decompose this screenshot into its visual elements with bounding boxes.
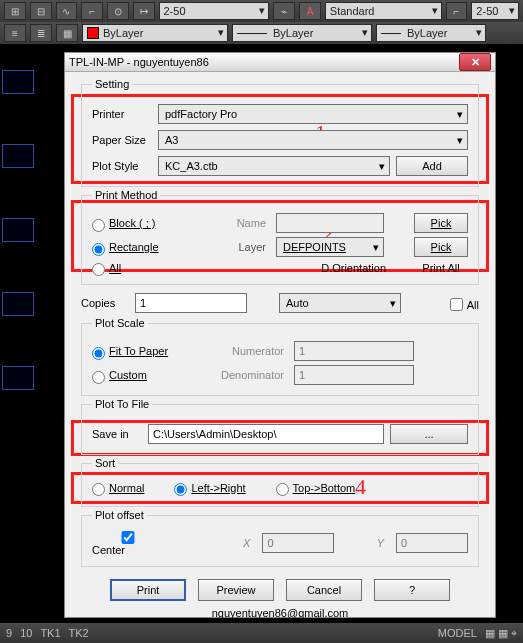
plottofile-legend: Plot To File (92, 398, 152, 410)
dimstyle-combo[interactable]: 2-50 (159, 2, 270, 20)
tool-icon[interactable]: ↦ (133, 2, 155, 20)
printmethod-group: Print Method Block ( ; ) Name Pick Recta… (81, 189, 479, 285)
pg[interactable]: TK2 (69, 627, 89, 639)
y-label: Y (377, 537, 384, 549)
y-field (396, 533, 468, 553)
center-checkbox[interactable]: Center (92, 529, 192, 556)
setting-legend: Setting (92, 78, 132, 90)
plotoffset-group: Plot offset Center X Y (81, 509, 479, 567)
plottofile-group: Plot To File Save in ... (81, 398, 479, 455)
tool-icon[interactable]: ⌐ (446, 2, 468, 20)
pg[interactable]: 10 (20, 627, 32, 639)
thumb[interactable] (2, 292, 34, 316)
sort-normal[interactable]: Normal (92, 481, 144, 494)
lineweight-combo[interactable]: ByLayer (376, 24, 486, 42)
plotscale-group: Plot Scale Fit To Paper Numerator Custom… (81, 317, 479, 396)
savein-field[interactable] (148, 424, 384, 444)
tool-icon[interactable]: ⊙ (107, 2, 129, 20)
sort-tb[interactable]: Top->Bottom (276, 481, 356, 494)
thumb[interactable] (2, 70, 34, 94)
tool-icon[interactable]: ⊟ (30, 2, 52, 20)
papersize-label: Paper Size (92, 134, 152, 146)
radio-custom[interactable]: Custom (92, 369, 200, 382)
thumb[interactable] (2, 366, 34, 390)
toolbar-row-1: ⊞ ⊟ ∿ ⌐ ⊙ ↦ 2-50 ⌁ A Standard ⌐ 2-50 (0, 0, 523, 22)
color-swatch-icon (87, 27, 99, 39)
layout-thumbnails (2, 60, 38, 617)
copies-field[interactable] (135, 293, 247, 313)
radio-fit[interactable]: Fit To Paper (92, 345, 200, 358)
layer-label: Layer (204, 241, 272, 253)
name-field (276, 213, 384, 233)
numerator-field (294, 341, 414, 361)
cancel-button[interactable]: Cancel (286, 579, 362, 601)
all-checkbox[interactable]: All (450, 296, 479, 311)
printmethod-legend: Print Method (92, 189, 160, 201)
color-combo[interactable]: ByLayer (82, 24, 228, 42)
tool-icon[interactable]: ▦ (56, 24, 78, 42)
titlebar: TPL-IN-MP - nguyentuyen86 ✕ (65, 53, 495, 72)
dimstyle2-combo[interactable]: 2-50 (471, 2, 519, 20)
plotstyle-label: Plot Style (92, 160, 152, 172)
orientation-combo[interactable]: Auto (279, 293, 401, 313)
print-button[interactable]: Print (110, 579, 186, 601)
toolbar-row-2: ≡ ≣ ▦ ByLayer ByLayer ByLayer (0, 22, 523, 44)
printer-combo[interactable]: pdfFactory Pro (158, 104, 468, 124)
pick-layer-button[interactable]: Pick (414, 237, 468, 257)
printall-label: Print All (414, 262, 468, 274)
denominator-label: Denominator (204, 369, 290, 381)
plotoffset-legend: Plot offset (92, 509, 147, 521)
textstyle-combo[interactable]: Standard (325, 2, 442, 20)
status-icon[interactable]: ▦ ▦ ⌖ (485, 627, 517, 640)
preview-button[interactable]: Preview (198, 579, 274, 601)
model-badge[interactable]: MODEL (438, 627, 477, 639)
sort-group: Sort Normal Left->Right Top->Bottom (81, 457, 479, 507)
pg[interactable]: TK1 (40, 627, 60, 639)
footer-buttons: Print Preview Cancel ? (81, 579, 479, 601)
browse-button[interactable]: ... (390, 424, 468, 444)
tool-icon[interactable]: ⌁ (273, 2, 295, 20)
pg[interactable]: 9 (6, 627, 12, 639)
tool-icon[interactable]: ≣ (30, 24, 52, 42)
plotscale-legend: Plot Scale (92, 317, 148, 329)
radio-block[interactable]: Block ( ; ) (92, 217, 200, 230)
sort-legend: Sort (92, 457, 118, 469)
tool-icon[interactable]: ∿ (56, 2, 78, 20)
plot-dialog: TPL-IN-MP - nguyentuyen86 ✕ 1 2 3 4 Sett… (64, 52, 496, 618)
text-style-icon[interactable]: A (299, 2, 321, 20)
thumb[interactable] (2, 218, 34, 242)
setting-group: Setting Printer pdfFactory Pro Paper Siz… (81, 78, 479, 187)
thumb[interactable] (2, 144, 34, 168)
linetype-combo[interactable]: ByLayer (232, 24, 372, 42)
papersize-combo[interactable]: A3 (158, 130, 468, 150)
add-button[interactable]: Add (396, 156, 468, 176)
numerator-label: Numerator (204, 345, 290, 357)
tool-icon[interactable]: ⊞ (4, 2, 26, 20)
pick-name-button[interactable]: Pick (414, 213, 468, 233)
tool-icon[interactable]: ≡ (4, 24, 26, 42)
copies-label: Copies (81, 297, 129, 309)
plotstyle-combo[interactable]: KC_A3.ctb (158, 156, 390, 176)
printer-label: Printer (92, 108, 152, 120)
radio-rectangle[interactable]: Rectangle (92, 241, 200, 254)
x-label: X (243, 537, 250, 549)
x-field (262, 533, 334, 553)
contact-text: nguyentuyen86@gmail.com (81, 607, 479, 619)
dialog-title: TPL-IN-MP - nguyentuyen86 (69, 56, 209, 68)
help-button[interactable]: ? (374, 579, 450, 601)
name-label: Name (204, 217, 272, 229)
layer-combo[interactable]: DEFPOINTS (276, 237, 384, 257)
denominator-field (294, 365, 414, 385)
savein-label: Save in (92, 428, 142, 440)
close-button[interactable]: ✕ (459, 53, 491, 71)
radio-all[interactable]: All (92, 261, 200, 274)
tool-icon[interactable]: ⌐ (81, 2, 103, 20)
sort-lr[interactable]: Left->Right (174, 481, 245, 494)
dorientation-label: D.Orientation (276, 262, 386, 274)
